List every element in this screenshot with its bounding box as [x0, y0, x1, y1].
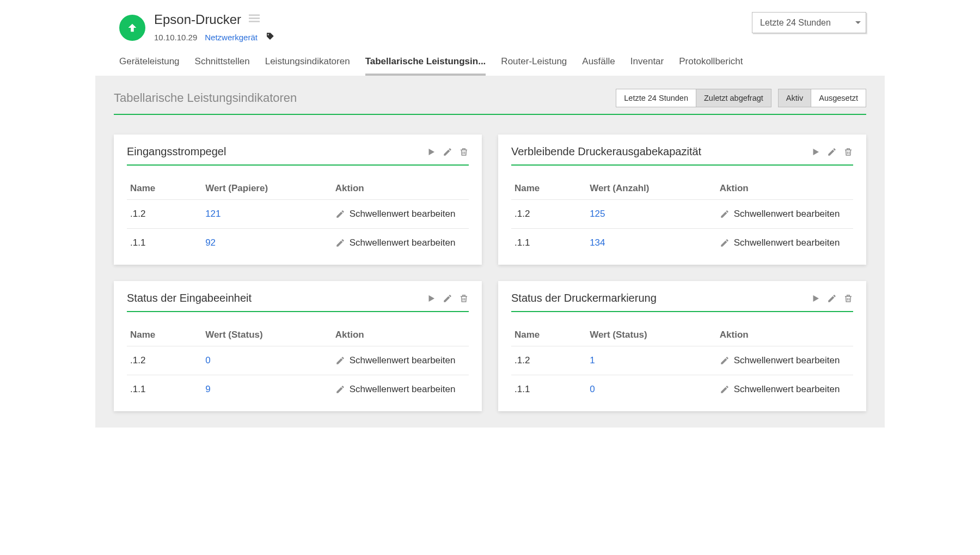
action-label: Schwellenwert bearbeiten — [734, 355, 840, 366]
row-name: .1.2 — [511, 200, 586, 229]
row-name: .1.2 — [127, 200, 202, 229]
indicator-card: EingangsstrompegelNameWert (Papiere)Akti… — [114, 135, 482, 265]
tab-item[interactable]: Inventar — [630, 56, 664, 76]
action-label: Schwellenwert bearbeiten — [734, 384, 840, 395]
toggle-button[interactable]: Letzte 24 Stunden — [616, 89, 696, 107]
time-range-select[interactable]: Letzte 24 Stunden — [752, 12, 866, 33]
column-header: Name — [511, 178, 586, 200]
toggle-button[interactable]: Ausgesetzt — [811, 89, 866, 107]
pencil-icon — [335, 385, 345, 394]
card-title: Status der Eingabeeinheit — [127, 292, 252, 304]
action-label: Schwellenwert bearbeiten — [350, 355, 456, 366]
edit-icon[interactable] — [443, 147, 452, 157]
tab-bar: GeräteleistungSchnittstellenLeistungsind… — [95, 43, 885, 76]
indicator-card: Status der EingabeeinheitNameWert (Statu… — [114, 281, 482, 411]
card-title: Eingangsstrompegel — [127, 145, 226, 158]
trash-icon[interactable] — [459, 147, 469, 157]
card-title: Status der Druckermarkierung — [511, 292, 657, 304]
edit-threshold-button[interactable]: Schwellenwert bearbeiten — [720, 384, 850, 395]
trash-icon[interactable] — [459, 294, 469, 303]
edit-icon[interactable] — [443, 294, 452, 303]
value-link[interactable]: 0 — [205, 355, 210, 365]
action-label: Schwellenwert bearbeiten — [734, 209, 840, 219]
svg-rect-0 — [249, 15, 260, 16]
tag-icon[interactable] — [265, 32, 275, 43]
toggle-button[interactable]: Zuletzt abgefragt — [696, 89, 771, 107]
trash-icon[interactable] — [843, 147, 853, 157]
table-row: .1.192Schwellenwert bearbeiten — [127, 229, 469, 258]
column-header: Name — [127, 324, 202, 346]
edit-threshold-button[interactable]: Schwellenwert bearbeiten — [720, 209, 850, 219]
row-name: .1.2 — [127, 346, 202, 375]
edit-icon[interactable] — [827, 294, 837, 303]
table-row: .1.1134Schwellenwert bearbeiten — [511, 229, 853, 258]
trash-icon[interactable] — [843, 294, 853, 303]
column-header: Aktion — [332, 178, 469, 200]
tab-item[interactable]: Tabellarische Leistungsin... — [365, 56, 486, 76]
table-row: .1.2125Schwellenwert bearbeiten — [511, 200, 853, 229]
menu-icon[interactable] — [249, 14, 260, 26]
tab-item[interactable]: Router-Leistung — [501, 56, 567, 76]
value-link[interactable]: 92 — [205, 237, 216, 248]
pencil-icon — [720, 385, 730, 394]
status-up-icon — [119, 15, 145, 41]
tab-item[interactable]: Protokollbericht — [679, 56, 743, 76]
column-header: Wert (Anzahl) — [586, 178, 716, 200]
edit-icon[interactable] — [827, 147, 837, 157]
device-title: Epson-Drucker — [154, 12, 241, 27]
value-link[interactable]: 0 — [590, 384, 595, 394]
column-header: Wert (Status) — [202, 324, 332, 346]
pencil-icon — [335, 209, 345, 219]
play-icon[interactable] — [811, 294, 820, 303]
value-link[interactable]: 134 — [590, 237, 605, 248]
value-link[interactable]: 9 — [205, 384, 210, 394]
value-link[interactable]: 121 — [205, 209, 220, 219]
column-header: Aktion — [716, 324, 853, 346]
row-name: .1.1 — [511, 229, 586, 258]
action-label: Schwellenwert bearbeiten — [350, 209, 456, 219]
column-header: Wert (Status) — [586, 324, 716, 346]
action-label: Schwellenwert bearbeiten — [734, 237, 840, 248]
device-type-link[interactable]: Netzwerkgerät — [205, 33, 258, 42]
tab-item[interactable]: Schnittstellen — [195, 56, 250, 76]
row-name: .1.1 — [127, 229, 202, 258]
play-icon[interactable] — [426, 294, 436, 303]
column-header: Aktion — [716, 178, 853, 200]
action-label: Schwellenwert bearbeiten — [350, 384, 456, 395]
device-ip: 10.10.10.29 — [154, 33, 197, 42]
edit-threshold-button[interactable]: Schwellenwert bearbeiten — [335, 355, 465, 366]
pencil-icon — [720, 238, 730, 248]
toggle-button[interactable]: Aktiv — [779, 89, 811, 107]
edit-threshold-button[interactable]: Schwellenwert bearbeiten — [335, 384, 465, 395]
table-row: .1.20Schwellenwert bearbeiten — [127, 346, 469, 375]
edit-threshold-button[interactable]: Schwellenwert bearbeiten — [335, 209, 465, 219]
edit-threshold-button[interactable]: Schwellenwert bearbeiten — [720, 355, 850, 366]
table-row: .1.10Schwellenwert bearbeiten — [511, 375, 853, 404]
value-link[interactable]: 1 — [590, 355, 595, 365]
play-icon[interactable] — [811, 147, 820, 157]
table-row: .1.21Schwellenwert bearbeiten — [511, 346, 853, 375]
indicator-card: Verbleibende DruckerausgabekapazitätName… — [498, 135, 866, 265]
column-header: Wert (Papiere) — [202, 178, 332, 200]
table-row: .1.19Schwellenwert bearbeiten — [127, 375, 469, 404]
svg-rect-2 — [249, 21, 260, 22]
action-label: Schwellenwert bearbeiten — [350, 237, 456, 248]
pencil-icon — [335, 238, 345, 248]
tab-item[interactable]: Geräteleistung — [119, 56, 180, 76]
pencil-icon — [335, 356, 345, 365]
value-link[interactable]: 125 — [590, 209, 605, 219]
row-name: .1.2 — [511, 346, 586, 375]
play-icon[interactable] — [426, 147, 436, 157]
edit-threshold-button[interactable]: Schwellenwert bearbeiten — [720, 237, 850, 248]
card-title: Verbleibende Druckerausgabekapazität — [511, 145, 701, 158]
table-row: .1.2121Schwellenwert bearbeiten — [127, 200, 469, 229]
tab-item[interactable]: Leistungsindikatoren — [265, 56, 350, 76]
svg-rect-1 — [249, 17, 260, 19]
column-header: Name — [511, 324, 586, 346]
row-name: .1.1 — [127, 375, 202, 404]
pencil-icon — [720, 209, 730, 219]
tab-item[interactable]: Ausfälle — [582, 56, 615, 76]
column-header: Aktion — [332, 324, 469, 346]
view-toggle-group: Letzte 24 StundenZuletzt abgefragt — [616, 89, 771, 107]
edit-threshold-button[interactable]: Schwellenwert bearbeiten — [335, 237, 465, 248]
